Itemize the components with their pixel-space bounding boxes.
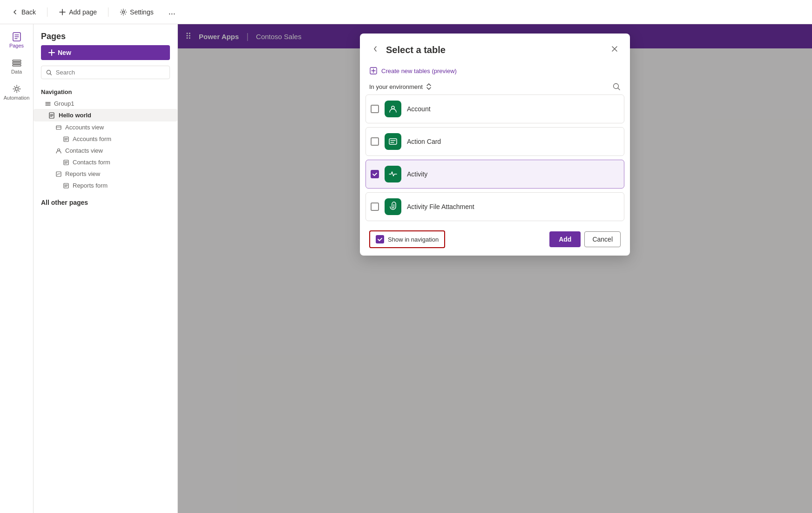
nav-item-reports-view[interactable]: Reports view	[34, 168, 177, 180]
activity-table-icon	[388, 169, 398, 179]
pages-title: Pages	[41, 32, 66, 41]
all-other-pages-label: All other pages	[34, 191, 177, 208]
create-new-tables-link[interactable]: Create new tables (preview)	[360, 63, 630, 81]
left-sidebar: Pages Data Automation	[0, 24, 34, 513]
activity-checkbox[interactable]	[371, 170, 379, 178]
search-box	[41, 66, 170, 79]
modal-close-button[interactable]	[609, 43, 621, 57]
divider2	[108, 7, 108, 17]
action-card-table-icon	[388, 136, 398, 147]
action-card-label: Action Card	[407, 138, 441, 145]
pages-icon	[12, 32, 22, 42]
pages-sidebar-label: Pages	[9, 43, 24, 48]
add-icon	[59, 8, 66, 16]
svg-rect-17	[389, 139, 397, 144]
table-item-activity[interactable]: Activity	[365, 160, 624, 189]
add-page-button[interactable]: Add page	[55, 6, 101, 19]
show-nav-label: Show in navigation	[388, 236, 439, 243]
reports-view-icon	[56, 171, 61, 177]
nav-item-hello-world[interactable]: Hello world	[34, 109, 177, 122]
sidebar-item-pages[interactable]: Pages	[2, 28, 32, 52]
action-card-icon	[385, 133, 401, 150]
back-icon	[11, 8, 19, 16]
table-item-activity-file[interactable]: Activity File Attachment	[365, 192, 624, 221]
select-table-modal: Select a table Create new tables (previe	[360, 34, 630, 256]
content-area: ⠿ Power Apps | Contoso Sales Select a ta…	[178, 24, 812, 513]
back-button[interactable]: Back	[7, 6, 40, 19]
hello-world-label: Hello world	[59, 112, 91, 119]
reports-view-label: Reports view	[65, 170, 100, 177]
table-item-action-card[interactable]: Action Card	[365, 127, 624, 156]
account-checkbox[interactable]	[371, 105, 379, 113]
nav-item-accounts-view[interactable]: Accounts view	[34, 122, 177, 133]
divider	[47, 7, 47, 17]
data-icon	[12, 58, 22, 68]
show-nav-row[interactable]: Show in navigation	[369, 230, 445, 248]
modal-header: Select a table	[360, 34, 630, 63]
page-icon	[48, 112, 55, 119]
sort-icon	[426, 83, 432, 90]
activity-icon	[385, 166, 401, 182]
modal-back-icon	[371, 45, 379, 53]
accounts-view-label: Accounts view	[65, 124, 104, 131]
modal-title-row: Select a table	[369, 43, 446, 57]
svg-rect-2	[13, 60, 21, 61]
automation-sidebar-label: Automation	[4, 95, 30, 101]
cancel-button[interactable]: Cancel	[584, 231, 621, 247]
show-nav-check-icon	[377, 236, 383, 242]
env-search-icon[interactable]	[612, 82, 621, 91]
nav-item-accounts-form[interactable]: Accounts form	[34, 133, 177, 145]
nav-item-contacts-form[interactable]: Contacts form	[34, 156, 177, 168]
table-item-account[interactable]: Account	[365, 94, 624, 123]
more-button[interactable]: ...	[165, 5, 179, 19]
group1-label[interactable]: Group1	[34, 97, 177, 109]
activity-label: Activity	[407, 170, 427, 178]
activity-file-checkbox[interactable]	[371, 202, 379, 211]
env-text: In your environment	[369, 83, 423, 90]
reports-form-label: Reports form	[73, 182, 108, 189]
check-mark-icon	[372, 171, 378, 177]
svg-rect-8	[56, 126, 61, 129]
show-nav-checkbox[interactable]	[376, 235, 384, 243]
nav-item-reports-form[interactable]: Reports form	[34, 180, 177, 191]
modal-back-button[interactable]	[369, 43, 381, 57]
search-input[interactable]	[56, 69, 165, 76]
list-icon	[45, 101, 51, 107]
create-table-icon	[369, 67, 378, 75]
modal-table-list: Account Action Card	[360, 94, 630, 225]
svg-point-5	[15, 88, 18, 90]
search-icon	[46, 69, 52, 76]
modal-title: Select a table	[386, 45, 446, 55]
footer-buttons: Add Cancel	[549, 231, 621, 247]
pages-header: Pages	[34, 24, 177, 45]
add-page-label: Add page	[69, 8, 97, 16]
sidebar-item-automation[interactable]: Automation	[2, 80, 32, 104]
new-button[interactable]: New	[41, 45, 170, 60]
nav-item-contacts-view[interactable]: Contacts view	[34, 145, 177, 156]
accounts-form-label: Accounts form	[73, 135, 111, 142]
main-layout: Pages Data Automation Pages	[0, 24, 812, 513]
contacts-view-label: Contacts view	[65, 147, 103, 154]
reports-form-icon	[63, 183, 69, 189]
sidebar-item-data[interactable]: Data	[2, 54, 32, 78]
add-button[interactable]: Add	[549, 231, 581, 247]
new-plus-icon	[48, 49, 55, 56]
env-label[interactable]: In your environment	[369, 83, 432, 90]
data-sidebar-label: Data	[11, 69, 22, 74]
settings-label: Settings	[130, 8, 154, 16]
action-card-checkbox[interactable]	[371, 137, 379, 146]
automation-icon	[12, 84, 22, 94]
form-icon	[63, 136, 69, 142]
pages-panel: Pages New Navigation Group1	[34, 24, 178, 513]
svg-point-16	[392, 106, 394, 109]
svg-rect-3	[13, 62, 21, 64]
activity-file-label: Activity File Attachment	[407, 203, 474, 210]
modal-overlay: Select a table Create new tables (previe	[178, 24, 812, 513]
group1-text: Group1	[54, 100, 74, 107]
activity-file-icon	[385, 198, 401, 215]
settings-button[interactable]: Settings	[116, 6, 157, 19]
navigation-label: Navigation	[34, 85, 177, 97]
account-table-icon	[388, 104, 398, 114]
top-bar: Back Add page Settings ...	[0, 0, 812, 24]
modal-footer: Show in navigation Add Cancel	[360, 225, 630, 256]
